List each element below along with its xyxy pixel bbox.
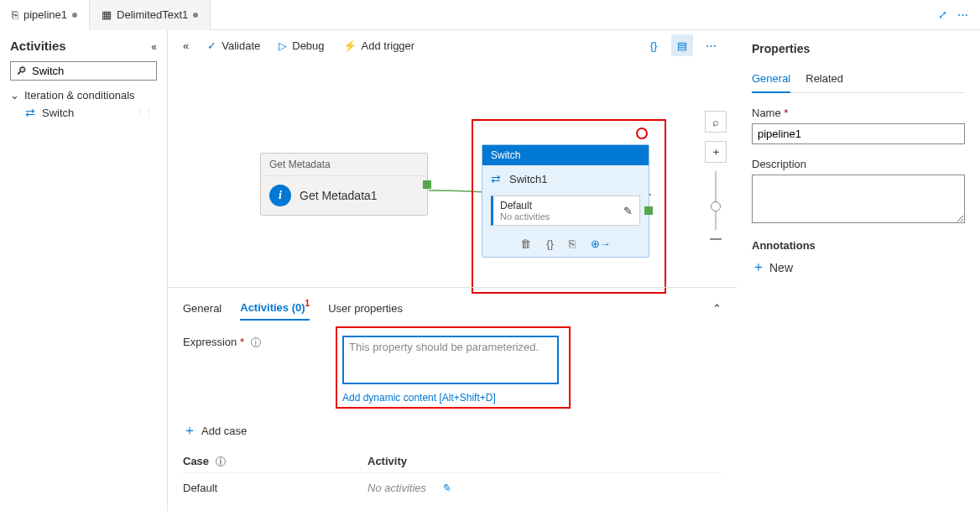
- properties-pane: Properties General Related Name * Descri…: [737, 30, 980, 511]
- switch-case-default[interactable]: Default No activities ✎: [491, 196, 640, 226]
- properties-toggle-button[interactable]: ▤: [671, 34, 693, 56]
- sidebar-title: Activities: [10, 39, 66, 53]
- activity-search[interactable]: 🔎︎: [10, 61, 157, 81]
- delete-icon[interactable]: 🗑: [520, 237, 531, 250]
- cfg-tab-userprops[interactable]: User properties: [328, 297, 403, 320]
- collapse-panel-icon[interactable]: ⌃: [712, 302, 722, 315]
- info-icon[interactable]: i: [251, 337, 261, 347]
- prop-tab-general[interactable]: General: [752, 67, 790, 93]
- add-trigger-button[interactable]: ⚡Add trigger: [343, 39, 415, 52]
- activities-sidebar: Activities « 🔎︎ ⌄ Iteration & conditiona…: [0, 30, 168, 511]
- case-label: Default: [500, 200, 550, 211]
- debug-button[interactable]: ▷Debug: [279, 39, 324, 52]
- file-tabs: ⎘ pipeline1 ▦ DelimitedText1 ⤢ ⋯: [0, 0, 980, 30]
- node-name: Get Metadata1: [300, 189, 378, 202]
- switch-name: Switch1: [509, 173, 548, 185]
- copy-icon[interactable]: ⎘: [569, 237, 576, 250]
- properties-title: Properties: [752, 42, 965, 55]
- tab-dataset[interactable]: ▦ DelimitedText1: [90, 0, 211, 30]
- pipeline-canvas[interactable]: Get Metadata i Get Metadata1 Switch ⇄ Sw…: [168, 60, 737, 287]
- case-activity: No activities: [368, 482, 426, 494]
- activity-search-input[interactable]: [32, 65, 151, 77]
- category-label: Iteration & conditionals: [24, 89, 135, 102]
- table-icon: ▦: [102, 8, 112, 21]
- expression-input[interactable]: [342, 336, 559, 384]
- node-get-metadata[interactable]: Get Metadata i Get Metadata1: [260, 153, 428, 216]
- node-actions: 🗑 {} ⎘ ⊕→: [482, 232, 649, 257]
- col-activity: Activity: [368, 455, 407, 467]
- case-sub: No activities: [500, 211, 550, 222]
- deactivate-icon[interactable]: ⊕→: [591, 237, 611, 250]
- switch-title: Switch: [482, 145, 649, 165]
- case-row-default: Default No activities✎: [183, 472, 722, 503]
- more-icon[interactable]: ⋯: [957, 8, 968, 21]
- activity-config: General Activities (0)1 User properties …: [168, 287, 737, 511]
- collapse-icon[interactable]: «: [151, 41, 157, 53]
- cases-header: Case i Activity: [183, 450, 722, 472]
- pipeline-icon: ⎘: [12, 8, 18, 21]
- zoom-slider[interactable]: [715, 171, 717, 230]
- tab-pipeline-label: pipeline1: [23, 8, 67, 21]
- name-input[interactable]: [752, 123, 965, 144]
- required-star: *: [240, 336, 244, 348]
- grip-icon: ⋮⋮: [135, 107, 154, 118]
- activity-item-label: Switch: [42, 107, 74, 119]
- category-iteration[interactable]: ⌄ Iteration & conditionals: [10, 89, 157, 102]
- new-annotation-button[interactable]: ＋New: [752, 258, 965, 276]
- dirty-dot-icon: [193, 13, 198, 18]
- name-label: Name: [752, 107, 781, 119]
- node-type-label: Get Metadata: [261, 154, 427, 176]
- activity-item-switch[interactable]: ⇄ Switch ⋮⋮: [10, 102, 157, 123]
- zoom-control: ⌕ ＋: [705, 111, 727, 240]
- case-name: Default: [183, 482, 368, 494]
- zoom-fit-button[interactable]: ⌕: [705, 111, 727, 133]
- annotations-label: Annotations: [752, 239, 965, 252]
- zoom-in-button[interactable]: ＋: [705, 141, 727, 163]
- switch-icon: ⇄: [25, 106, 35, 119]
- edit-case-button[interactable]: ✎: [441, 482, 451, 494]
- pipeline-editor: « ✓Validate ▷Debug ⚡Add trigger {} ▤ ⋯ G…: [168, 30, 737, 511]
- tab-dataset-label: DelimitedText1: [117, 8, 188, 21]
- output-port[interactable]: [644, 206, 653, 215]
- description-input[interactable]: [752, 175, 965, 223]
- edit-case-icon[interactable]: ✎: [623, 205, 633, 217]
- code-icon[interactable]: {}: [546, 237, 554, 250]
- validate-button[interactable]: ✓Validate: [207, 39, 260, 52]
- switch-icon: ⇄: [491, 172, 501, 185]
- sidebar-toggle[interactable]: «: [183, 39, 189, 52]
- prop-tab-related[interactable]: Related: [805, 67, 843, 92]
- add-case-label: Add case: [201, 425, 247, 437]
- dirty-dot-icon: [72, 13, 77, 18]
- description-label: Description: [752, 158, 965, 170]
- cfg-tab-activities[interactable]: Activities (0)1: [240, 296, 310, 321]
- json-view-button[interactable]: {}: [643, 34, 665, 56]
- dynamic-content-link[interactable]: Add dynamic content [Alt+Shift+D]: [342, 392, 559, 404]
- expression-label: Expression: [183, 336, 237, 348]
- search-icon: 🔎︎: [16, 65, 27, 77]
- overflow-button[interactable]: ⋯: [700, 34, 722, 56]
- cfg-tab-general[interactable]: General: [183, 297, 222, 320]
- add-case-button[interactable]: ＋ Add case: [183, 422, 722, 440]
- zoom-out-button[interactable]: [710, 238, 722, 240]
- expand-icon[interactable]: ⤢: [938, 8, 947, 21]
- editor-toolbar: « ✓Validate ▷Debug ⚡Add trigger {} ▤ ⋯: [168, 30, 737, 60]
- output-port[interactable]: [423, 180, 431, 189]
- plus-icon: ＋: [183, 422, 196, 440]
- highlight-circle: [636, 128, 648, 139]
- node-switch[interactable]: Switch ⇄ Switch1 Default No activities ✎…: [482, 144, 649, 258]
- info-icon[interactable]: i: [216, 456, 226, 467]
- tab-pipeline[interactable]: ⎘ pipeline1: [0, 0, 90, 30]
- chevron-down-icon: ⌄: [10, 89, 19, 102]
- col-case: Case: [183, 455, 209, 467]
- info-icon: i: [269, 185, 291, 206]
- zoom-thumb[interactable]: [711, 201, 721, 211]
